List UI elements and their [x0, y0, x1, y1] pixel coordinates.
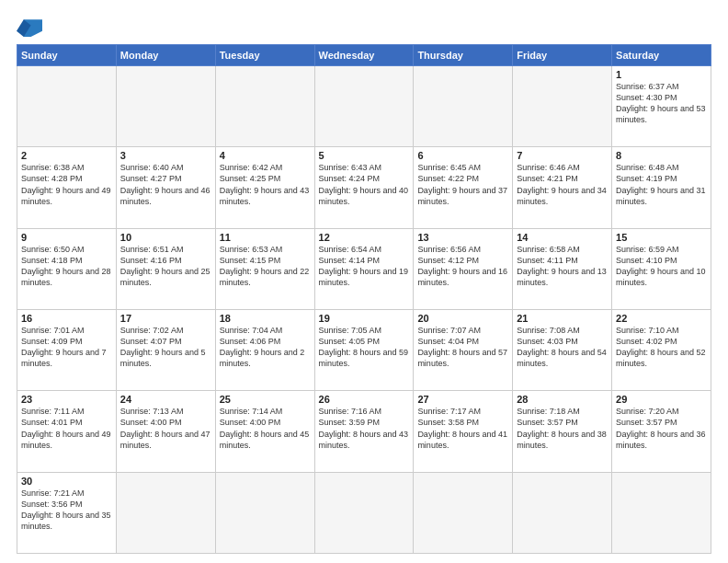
day-number: 1	[616, 69, 707, 80]
generalblue-logo-icon	[17, 17, 42, 37]
day-number: 11	[220, 232, 311, 243]
calendar-cell: 10Sunrise: 6:51 AM Sunset: 4:16 PM Dayli…	[116, 228, 215, 309]
day-info: Sunrise: 7:04 AM Sunset: 4:06 PM Dayligh…	[220, 325, 311, 370]
calendar-cell: 8Sunrise: 6:48 AM Sunset: 4:19 PM Daylig…	[612, 147, 711, 228]
calendar-cell: 24Sunrise: 7:13 AM Sunset: 4:00 PM Dayli…	[116, 391, 215, 472]
calendar-cell	[17, 66, 117, 147]
header	[17, 17, 711, 37]
day-info: Sunrise: 7:14 AM Sunset: 4:00 PM Dayligh…	[220, 406, 311, 451]
day-info: Sunrise: 6:50 AM Sunset: 4:18 PM Dayligh…	[21, 244, 112, 289]
day-info: Sunrise: 7:16 AM Sunset: 3:59 PM Dayligh…	[319, 406, 410, 451]
calendar-cell: 16Sunrise: 7:01 AM Sunset: 4:09 PM Dayli…	[17, 309, 117, 390]
calendar-cell	[314, 472, 414, 553]
week-row-3: 16Sunrise: 7:01 AM Sunset: 4:09 PM Dayli…	[17, 309, 711, 390]
calendar-cell	[116, 472, 215, 553]
calendar-cell: 6Sunrise: 6:45 AM Sunset: 4:22 PM Daylig…	[414, 147, 513, 228]
day-info: Sunrise: 7:20 AM Sunset: 3:57 PM Dayligh…	[616, 406, 707, 451]
day-info: Sunrise: 6:53 AM Sunset: 4:15 PM Dayligh…	[220, 244, 311, 289]
day-number: 6	[417, 150, 508, 161]
day-info: Sunrise: 6:56 AM Sunset: 4:12 PM Dayligh…	[417, 244, 508, 289]
day-info: Sunrise: 6:59 AM Sunset: 4:10 PM Dayligh…	[616, 244, 707, 289]
weekday-header-row: SundayMondayTuesdayWednesdayThursdayFrid…	[17, 45, 711, 66]
day-number: 28	[517, 394, 608, 405]
calendar-cell: 11Sunrise: 6:53 AM Sunset: 4:15 PM Dayli…	[215, 228, 314, 309]
calendar-cell	[314, 66, 414, 147]
day-number: 26	[319, 394, 410, 405]
day-info: Sunrise: 7:11 AM Sunset: 4:01 PM Dayligh…	[21, 406, 112, 451]
calendar-cell: 26Sunrise: 7:16 AM Sunset: 3:59 PM Dayli…	[314, 391, 414, 472]
calendar-cell: 21Sunrise: 7:08 AM Sunset: 4:03 PM Dayli…	[513, 309, 612, 390]
day-info: Sunrise: 6:42 AM Sunset: 4:25 PM Dayligh…	[220, 162, 311, 207]
weekday-header-friday: Friday	[513, 45, 612, 66]
calendar-cell: 18Sunrise: 7:04 AM Sunset: 4:06 PM Dayli…	[215, 309, 314, 390]
day-number: 19	[319, 313, 410, 324]
calendar-cell: 7Sunrise: 6:46 AM Sunset: 4:21 PM Daylig…	[513, 147, 612, 228]
calendar-cell: 25Sunrise: 7:14 AM Sunset: 4:00 PM Dayli…	[215, 391, 314, 472]
weekday-header-wednesday: Wednesday	[314, 45, 414, 66]
day-number: 17	[120, 313, 211, 324]
day-info: Sunrise: 7:05 AM Sunset: 4:05 PM Dayligh…	[319, 325, 410, 370]
calendar-cell: 4Sunrise: 6:42 AM Sunset: 4:25 PM Daylig…	[215, 147, 314, 228]
week-row-2: 9Sunrise: 6:50 AM Sunset: 4:18 PM Daylig…	[17, 228, 711, 309]
day-number: 27	[417, 394, 508, 405]
calendar-cell: 29Sunrise: 7:20 AM Sunset: 3:57 PM Dayli…	[612, 391, 711, 472]
calendar-cell: 19Sunrise: 7:05 AM Sunset: 4:05 PM Dayli…	[314, 309, 414, 390]
day-number: 18	[220, 313, 311, 324]
day-info: Sunrise: 7:08 AM Sunset: 4:03 PM Dayligh…	[517, 325, 608, 370]
day-number: 15	[616, 232, 707, 243]
day-number: 21	[517, 313, 608, 324]
day-info: Sunrise: 7:21 AM Sunset: 3:56 PM Dayligh…	[21, 488, 112, 533]
calendar-table: SundayMondayTuesdayWednesdayThursdayFrid…	[17, 44, 711, 554]
day-info: Sunrise: 6:43 AM Sunset: 4:24 PM Dayligh…	[319, 162, 410, 207]
weekday-header-monday: Monday	[116, 45, 215, 66]
calendar-cell: 15Sunrise: 6:59 AM Sunset: 4:10 PM Dayli…	[612, 228, 711, 309]
weekday-header-tuesday: Tuesday	[215, 45, 314, 66]
day-info: Sunrise: 6:51 AM Sunset: 4:16 PM Dayligh…	[120, 244, 211, 289]
logo	[17, 17, 46, 37]
calendar-cell: 13Sunrise: 6:56 AM Sunset: 4:12 PM Dayli…	[414, 228, 513, 309]
day-number: 23	[21, 394, 112, 405]
calendar-cell: 2Sunrise: 6:38 AM Sunset: 4:28 PM Daylig…	[17, 147, 117, 228]
day-number: 3	[120, 150, 211, 161]
day-info: Sunrise: 6:38 AM Sunset: 4:28 PM Dayligh…	[21, 162, 112, 207]
day-number: 5	[319, 150, 410, 161]
day-number: 9	[21, 232, 112, 243]
calendar-cell	[414, 66, 513, 147]
calendar-cell: 17Sunrise: 7:02 AM Sunset: 4:07 PM Dayli…	[116, 309, 215, 390]
day-number: 25	[220, 394, 311, 405]
calendar-cell	[414, 472, 513, 553]
day-number: 4	[220, 150, 311, 161]
day-number: 24	[120, 394, 211, 405]
day-number: 29	[616, 394, 707, 405]
calendar-cell	[612, 472, 711, 553]
calendar-cell: 27Sunrise: 7:17 AM Sunset: 3:58 PM Dayli…	[414, 391, 513, 472]
weekday-header-thursday: Thursday	[414, 45, 513, 66]
calendar-cell	[513, 66, 612, 147]
calendar-cell: 23Sunrise: 7:11 AM Sunset: 4:01 PM Dayli…	[17, 391, 117, 472]
calendar-cell: 3Sunrise: 6:40 AM Sunset: 4:27 PM Daylig…	[116, 147, 215, 228]
day-info: Sunrise: 7:17 AM Sunset: 3:58 PM Dayligh…	[417, 406, 508, 451]
week-row-0: 1Sunrise: 6:37 AM Sunset: 4:30 PM Daylig…	[17, 66, 711, 147]
calendar-cell	[215, 472, 314, 553]
day-number: 30	[21, 476, 112, 487]
week-row-4: 23Sunrise: 7:11 AM Sunset: 4:01 PM Dayli…	[17, 391, 711, 472]
day-number: 14	[517, 232, 608, 243]
day-info: Sunrise: 6:54 AM Sunset: 4:14 PM Dayligh…	[319, 244, 410, 289]
day-number: 2	[21, 150, 112, 161]
day-info: Sunrise: 6:46 AM Sunset: 4:21 PM Dayligh…	[517, 162, 608, 207]
weekday-header-sunday: Sunday	[17, 45, 117, 66]
calendar-cell: 9Sunrise: 6:50 AM Sunset: 4:18 PM Daylig…	[17, 228, 117, 309]
calendar-cell: 5Sunrise: 6:43 AM Sunset: 4:24 PM Daylig…	[314, 147, 414, 228]
weekday-header-saturday: Saturday	[612, 45, 711, 66]
day-number: 13	[417, 232, 508, 243]
day-info: Sunrise: 6:37 AM Sunset: 4:30 PM Dayligh…	[616, 81, 707, 126]
day-number: 20	[417, 313, 508, 324]
calendar-cell: 30Sunrise: 7:21 AM Sunset: 3:56 PM Dayli…	[17, 472, 117, 553]
calendar-cell: 14Sunrise: 6:58 AM Sunset: 4:11 PM Dayli…	[513, 228, 612, 309]
day-number: 10	[120, 232, 211, 243]
day-info: Sunrise: 7:01 AM Sunset: 4:09 PM Dayligh…	[21, 325, 112, 370]
day-info: Sunrise: 6:40 AM Sunset: 4:27 PM Dayligh…	[120, 162, 211, 207]
calendar-cell: 20Sunrise: 7:07 AM Sunset: 4:04 PM Dayli…	[414, 309, 513, 390]
day-info: Sunrise: 7:07 AM Sunset: 4:04 PM Dayligh…	[417, 325, 508, 370]
calendar-cell: 22Sunrise: 7:10 AM Sunset: 4:02 PM Dayli…	[612, 309, 711, 390]
